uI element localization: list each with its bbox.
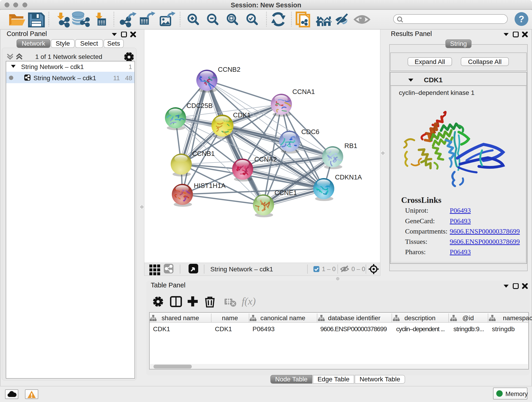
svg-text:1 – 0: 1 – 0 <box>322 266 336 273</box>
svg-text:f(x): f(x) <box>242 296 256 307</box>
svg-text:String Network – cdk1: String Network – cdk1 <box>210 266 273 273</box>
svg-text:CCNA2: CCNA2 <box>254 156 277 163</box>
svg-text:CDKN1A: CDKN1A <box>335 173 362 181</box>
svg-text:CDC6: CDC6 <box>301 128 319 135</box>
svg-text:0 – 0: 0 – 0 <box>351 266 365 273</box>
svg-text:CDK1: CDK1 <box>233 111 251 119</box>
svg-text:HIST1H1A: HIST1H1A <box>194 182 226 189</box>
svg-text:RB1: RB1 <box>344 142 357 149</box>
svg-text:CCNA1: CCNA1 <box>292 88 315 95</box>
svg-text:CCNB2: CCNB2 <box>218 66 240 73</box>
svg-text:CDC25B: CDC25B <box>186 102 213 109</box>
svg-text:CCNE1: CCNE1 <box>274 189 297 196</box>
svg-text:CCNB1: CCNB1 <box>192 150 215 157</box>
